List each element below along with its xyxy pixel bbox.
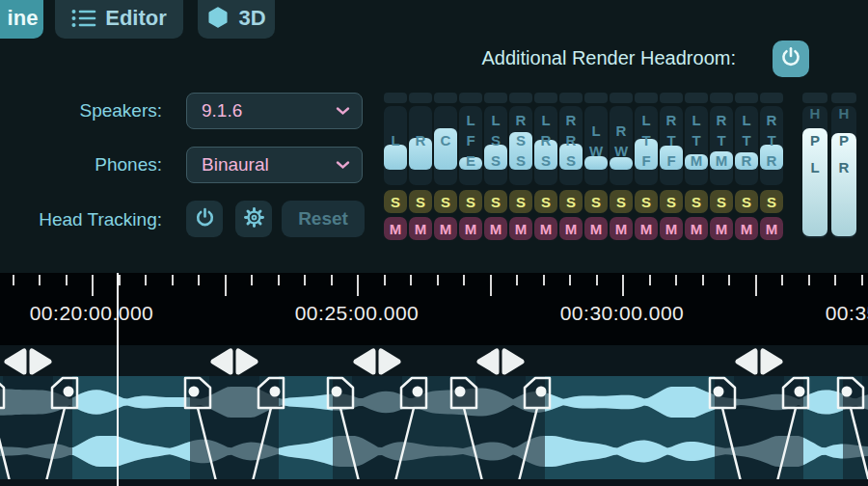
fade-out-handle[interactable] [710,378,735,408]
clip-trim-arrows[interactable] [352,347,402,376]
meter-peak-cell [685,93,708,103]
meter-peak-cell [735,93,758,103]
mute-button[interactable]: M [710,217,733,240]
ruler-tick [808,275,810,285]
fade-in-handle[interactable] [52,378,77,408]
channel-label: R [610,123,633,139]
channel-label: S [509,133,532,148]
ruler-tick [861,275,863,285]
timecode-label: 00:30:00.000 [560,302,685,325]
meter-peak-cell [509,93,532,103]
mute-button[interactable]: M [735,217,758,240]
solo-button[interactable]: S [760,190,783,213]
clip-trim-arrows[interactable] [209,347,259,376]
solo-button[interactable]: S [409,190,432,213]
fade-out-handle[interactable] [451,378,476,408]
solo-button[interactable]: S [509,190,532,213]
channel-label: L [735,113,758,128]
clip-trim-arrows[interactable] [475,347,526,376]
trim-right-icon [763,351,780,372]
timeline-ruler[interactable]: 00:20:00.00000:25:00.00000:30:00.00000:3… [0,273,868,345]
ruler-tick [437,275,439,285]
solo-button[interactable]: S [559,190,583,213]
trim-right-icon [381,351,398,372]
mute-button[interactable]: M [534,217,557,240]
ruler-tick [675,275,677,285]
channel-label: L [484,113,507,128]
timecode-label: 00:35:00.000 [826,302,868,325]
mute-button[interactable]: M [459,217,482,240]
trim-right-icon [32,351,49,372]
mute-button[interactable]: M [685,217,708,240]
channel-label: L [534,113,557,128]
solo-button[interactable]: S [459,190,482,213]
solo-button[interactable]: S [484,190,507,213]
trim-left-icon [213,351,231,372]
channel-label: T [760,133,783,148]
channel-label: F [635,153,658,169]
hp-channel-label: P [831,133,856,148]
fade-in-handle[interactable] [525,378,550,408]
mute-button[interactable]: M [660,217,683,240]
clip-trim-arrows[interactable] [734,347,784,376]
clip-body[interactable] [279,376,333,486]
solo-button[interactable]: S [685,190,708,213]
trim-right-icon [238,351,256,372]
mute-button[interactable]: M [584,217,608,240]
clip-trim-arrows[interactable] [3,347,53,376]
mute-button[interactable]: M [559,217,583,240]
solo-button[interactable]: S [384,190,407,213]
ruler-tick [66,275,68,285]
fade-out-handle[interactable] [838,378,863,408]
mute-button[interactable]: M [610,217,633,240]
channel-label: R [559,113,583,128]
ruler-tick [145,275,147,285]
fade-in-handle[interactable] [258,378,284,408]
solo-button[interactable]: S [735,190,758,213]
ruler-tick [410,275,412,285]
solo-button[interactable]: S [534,190,557,213]
mute-button[interactable]: M [509,217,532,240]
channel-label: L [584,123,608,139]
fade-in-handle[interactable] [783,378,808,408]
channel-label: R [509,113,532,128]
spatial-audio-app: ine Editor 3D Additional Render Headroom… [0,0,868,486]
meter-peak-cell [459,93,482,103]
trim-left-icon [356,351,373,372]
solo-button[interactable]: S [635,190,658,213]
fade-out-handle[interactable] [328,378,353,408]
meter-fill [610,157,633,170]
ruler-tick [331,275,333,285]
solo-button[interactable]: S [710,190,733,213]
solo-button[interactable]: S [610,190,633,213]
ruler-tick [384,275,386,285]
channel-label: S [509,153,532,169]
meter-peak-cell [384,93,407,103]
channel-label: S [559,153,583,169]
channel-label: T [735,133,758,148]
channel-label: L [685,113,708,128]
fade-in-handle[interactable] [401,378,426,408]
timecode-label: 00:20:00.000 [30,302,154,325]
ruler-tick [278,275,280,285]
mute-button[interactable]: M [409,217,432,240]
solo-button[interactable]: S [660,190,683,213]
ruler-tick [198,275,200,285]
mute-button[interactable]: M [434,217,457,240]
waveform-timeline[interactable] [0,376,868,486]
hp-channel-label: P [802,133,827,148]
hp-meter-peak-cell [831,93,856,103]
playhead[interactable] [117,273,119,486]
solo-button[interactable]: S [434,190,457,213]
mute-button[interactable]: M [760,217,783,240]
mute-button[interactable]: M [384,217,407,240]
mute-button[interactable]: M [635,217,658,240]
mute-button[interactable]: M [484,217,507,240]
trim-left-icon [738,351,755,372]
ruler-tick [755,275,757,296]
trim-right-icon [504,351,522,372]
meter-peak-cell [484,93,507,103]
solo-button[interactable]: S [584,190,608,213]
fade-out-handle[interactable] [185,378,210,408]
hp-channel-label: R [831,160,856,176]
